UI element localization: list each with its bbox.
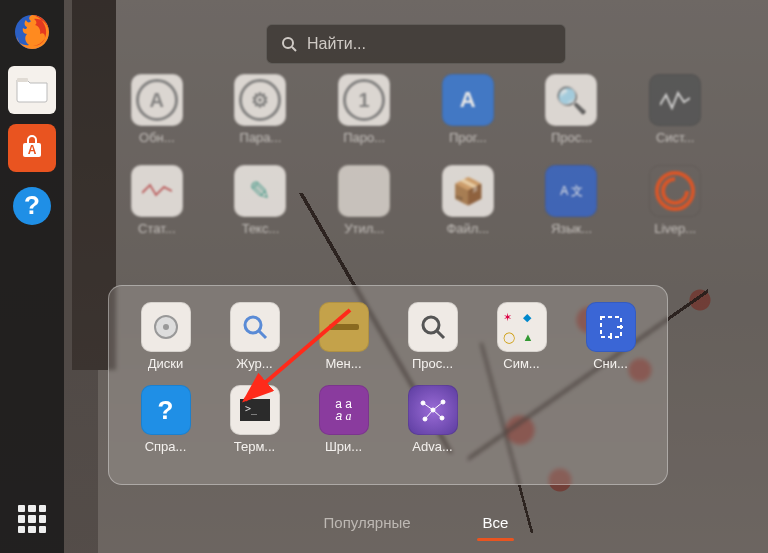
search-input[interactable] [307,35,551,53]
characters-icon: ✶◆◯▲ [497,302,547,352]
dock-item-files[interactable] [8,66,56,114]
files-icon [15,76,49,104]
software-center-icon: A [17,133,47,163]
app-label: Сим... [503,356,539,371]
app-label: Жур... [236,356,272,371]
app-label: Спра... [145,439,187,454]
apps-row-2: Стат... ✎Текс... Утил... 📦Файл... A 文Язы… [116,165,716,236]
app-label: Мен... [325,356,361,371]
app-label: Язык... [551,221,592,236]
dock: A ? [0,0,64,553]
app-label: Утил... [344,221,384,236]
firefox-icon [12,12,52,52]
apps-row-1: AОбн... ⚙Пара... 1Паро... AПрог... 🔍Прос… [116,74,716,145]
language-icon: A 文 [545,165,597,217]
update-icon: A [131,74,183,126]
search-bar[interactable] [266,24,566,64]
utilities-folder-popup: Диски Жур... Мен... Прос... ✶◆◯▲Сим... С… [108,285,668,485]
fonts-icon: a aa a [319,385,369,435]
help-icon: ? [11,185,53,227]
svg-line-14 [437,331,444,338]
disks-icon [141,302,191,352]
app-terminal[interactable]: >_Терм... [220,385,289,454]
screenshot-icon [586,302,636,352]
app-label: Стат... [138,221,176,236]
app-characters[interactable]: ✶◆◯▲Сим... [487,302,556,371]
app-passwords[interactable]: 1Паро... [323,74,405,145]
app-text-editor[interactable]: ✎Текс... [220,165,302,236]
image-viewer-icon [408,302,458,352]
app-language[interactable]: A 文Язык... [531,165,613,236]
tab-all[interactable]: Все [477,508,515,541]
settings-icon: ⚙ [234,74,286,126]
archive-icon: 📦 [442,165,494,217]
dock-item-software[interactable]: A [8,124,56,172]
show-applications-button[interactable] [8,495,56,543]
livepatch-icon [649,165,701,217]
app-power-stats[interactable]: Стат... [116,165,198,236]
svg-line-7 [292,47,296,51]
all-apps-grid: AОбн... ⚙Пара... 1Паро... AПрог... 🔍Прос… [116,74,716,236]
svg-rect-1 [17,78,28,82]
view-tabs: Популярные Все [64,508,768,541]
apps-grid-icon [18,505,46,533]
app-livepatch[interactable]: Livep... [634,165,716,236]
svg-text:A: A [28,143,37,157]
app-label: Прос... [412,356,453,371]
app-label: Обн... [139,130,175,145]
app-advanced-network[interactable]: Adva... [398,385,467,454]
svg-line-12 [259,331,266,338]
app-label: Сни... [593,356,628,371]
dock-item-help[interactable]: ? [8,182,56,230]
folder-row-2: ?Спра... >_Терм... a aa aШри... Adva... [131,385,645,454]
magnifier-icon: 🔍 [545,74,597,126]
svg-point-10 [163,324,169,330]
passwords-icon: 1 [338,74,390,126]
tab-frequent[interactable]: Популярные [318,508,417,541]
help-app-icon: ? [141,385,191,435]
text-editor-icon: ✎ [234,165,286,217]
app-label: Сист... [656,130,695,145]
app-label: Прог... [449,130,487,145]
svg-text:?: ? [24,190,40,220]
app-logs[interactable]: Жур... [220,302,289,371]
app-settings[interactable]: ⚙Пара... [220,74,302,145]
svg-line-27 [425,410,433,419]
svg-line-25 [423,403,433,410]
app-label: Livep... [654,221,696,236]
app-updates[interactable]: AОбн... [116,74,198,145]
dock-item-firefox[interactable] [8,8,56,56]
app-label: Файл... [446,221,489,236]
app-disks[interactable]: Диски [131,302,200,371]
app-label: Шри... [325,439,362,454]
app-software[interactable]: AПрог... [427,74,509,145]
app-label: Пара... [240,130,282,145]
svg-point-6 [283,38,293,48]
terminal-icon: >_ [230,385,280,435]
app-label: Adva... [412,439,452,454]
app-utilities-folder[interactable]: Утил... [323,165,405,236]
system-monitor-icon [649,74,701,126]
search-icon [281,36,297,52]
svg-line-26 [433,402,443,410]
app-fonts[interactable]: a aa aШри... [309,385,378,454]
svg-line-28 [433,410,442,418]
app-screenshot[interactable]: Сни... [576,302,645,371]
app-help[interactable]: ?Спра... [131,385,200,454]
advanced-network-icon [408,385,458,435]
utilities-folder-icon [338,165,390,217]
app-system-monitor[interactable]: Сист... [634,74,716,145]
app-label: Диски [148,356,184,371]
power-stats-icon [131,165,183,217]
app-label: Текс... [242,221,280,236]
app-archive[interactable]: 📦Файл... [427,165,509,236]
folder-row-1: Диски Жур... Мен... Прос... ✶◆◯▲Сим... С… [131,302,645,371]
software-icon: A [442,74,494,126]
app-image-viewer[interactable]: Прос... [398,302,467,371]
archive-manager-icon [319,302,369,352]
app-archive-manager[interactable]: Мен... [309,302,378,371]
svg-point-13 [423,317,439,333]
svg-point-11 [245,317,261,333]
app-label: Паро... [343,130,385,145]
app-viewer[interactable]: 🔍Прос... [531,74,613,145]
